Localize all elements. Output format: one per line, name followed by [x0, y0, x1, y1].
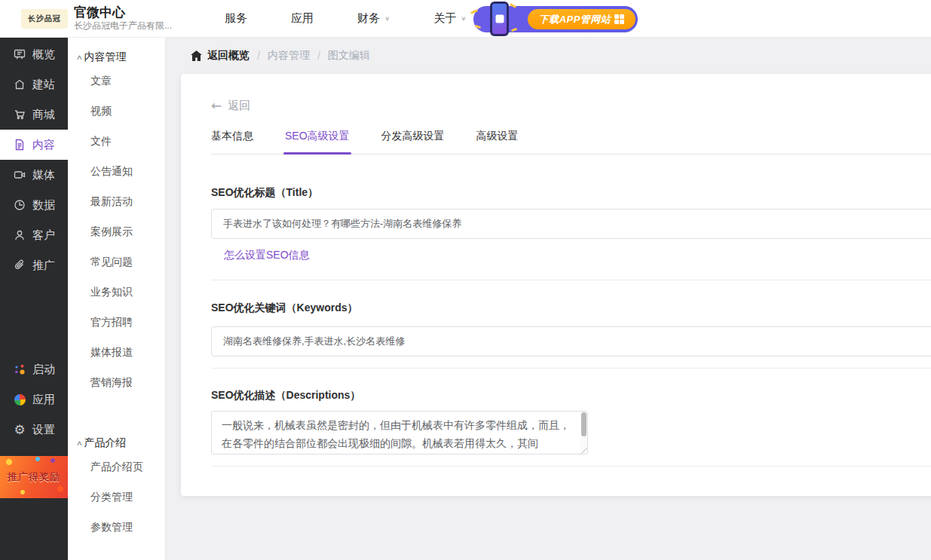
download-app-button[interactable]: 下载APP管网站: [528, 9, 635, 29]
submenu-item-faq[interactable]: 常见问题: [68, 247, 165, 277]
nav-item-services[interactable]: 服务: [225, 11, 247, 26]
home-icon: [191, 50, 202, 61]
settings-tabs: 基本信息 SEO高级设置 分发高级设置 高级设置: [211, 130, 931, 155]
scrollbar-thumb[interactable]: [581, 412, 586, 436]
sidebar-item-launch[interactable]: 启动: [0, 354, 68, 384]
submenu-item-latest-activities[interactable]: 最新活动: [68, 187, 165, 217]
chevron-down-icon: ∨: [461, 15, 466, 22]
caret-up-icon: ∧: [76, 439, 83, 447]
submenu-section-content: ∧ 内容管理 文章 视频 文件 公告通知 最新活动 案例展示 常见问题 业务知识…: [68, 48, 165, 398]
submenu-header-product-intro[interactable]: ∧ 产品介绍: [68, 434, 165, 452]
tab-seo-advanced[interactable]: SEO高级设置: [285, 130, 350, 154]
breadcrumb-content-management[interactable]: 内容管理: [268, 49, 310, 63]
mall-icon: [13, 108, 26, 121]
phone-icon: [490, 2, 509, 36]
promo-banner-text: 推广得奖励: [0, 470, 68, 484]
site-title: 官微中心: [74, 5, 172, 20]
company-logo: 长沙品冠: [21, 9, 68, 29]
logo-text: 长沙品冠: [28, 14, 61, 24]
submenu-item-articles[interactable]: 文章: [68, 66, 165, 96]
sidebar-item-media[interactable]: 媒体: [0, 160, 68, 190]
primary-sidebar: 概览 建站 商城 内容 媒体 数据: [0, 38, 68, 560]
submenu-item-marketing-posters[interactable]: 营销海报: [68, 368, 165, 398]
seo-description-section: SEO优化描述（Descriptions） 一般说来，机械表虽然是密封的，但由于…: [211, 369, 931, 467]
media-icon: [13, 168, 26, 182]
sidebar-item-overview[interactable]: 概览: [0, 39, 68, 69]
submenu-section-products: ∧ 产品介绍 产品介绍页 分类管理 参数管理: [68, 434, 165, 543]
submenu-item-product-intro-page[interactable]: 产品介绍页: [68, 452, 165, 482]
submenu-item-business-knowledge[interactable]: 业务知识: [68, 277, 165, 308]
seo-title-input[interactable]: [211, 209, 931, 239]
data-icon: [13, 198, 26, 212]
launch-icon: [13, 363, 26, 376]
seo-keywords-label: SEO优化关键词（Keywords）: [211, 280, 931, 315]
seo-title-label: SEO优化标题（Title）: [211, 155, 931, 200]
chevron-down-icon: ∨: [384, 15, 390, 22]
top-nav: 服务 应用 财务∨ 关于∨: [225, 11, 510, 26]
editor-card: ← 返回 基本信息 SEO高级设置 分发高级设置 高级设置 SEO优化标题（Ti…: [181, 74, 931, 496]
content-icon: [13, 138, 26, 151]
seo-description-label: SEO优化描述（Descriptions）: [211, 369, 931, 402]
seo-description-textarea[interactable]: 一般说来，机械表虽然是密封的，但由于机械表中有许多零件组成，而且，在各零件的结合…: [211, 411, 588, 454]
qr-code-icon: [614, 14, 624, 24]
brand-block: 官微中心 长沙品冠电子产品有限...: [74, 5, 172, 32]
seo-description-wrapper: 一般说来，机械表虽然是密封的，但由于机械表中有许多零件组成，而且，在各零件的结合…: [211, 411, 588, 454]
submenu-item-recruitment[interactable]: 官方招聘: [68, 308, 165, 338]
tab-basic-info[interactable]: 基本信息: [211, 130, 253, 154]
resize-handle-icon[interactable]: [581, 448, 587, 454]
nav-item-apps[interactable]: 应用: [291, 11, 314, 26]
submenu-item-media-reports[interactable]: 媒体报道: [68, 338, 165, 368]
sidebar-item-mall[interactable]: 商城: [0, 99, 68, 130]
sidebar-item-content[interactable]: 内容: [0, 130, 68, 160]
tab-distribution-advanced[interactable]: 分发高级设置: [381, 130, 445, 154]
back-button[interactable]: ← 返回: [211, 74, 264, 113]
seo-help-link[interactable]: 怎么设置SEO信息: [224, 249, 310, 280]
promotion-reward-banner[interactable]: 推广得奖励: [0, 456, 68, 498]
submenu-item-case-display[interactable]: 案例展示: [68, 217, 165, 247]
main-content-area: 返回概览 / 内容管理 / 图文编辑 ← 返回 基本信息 SEO高级设置 分发高…: [166, 38, 931, 560]
sidebar-item-promotion[interactable]: 推广: [0, 250, 68, 280]
seo-keywords-input[interactable]: [211, 326, 931, 357]
submenu-item-files[interactable]: 文件: [68, 127, 165, 157]
submenu-header-content-management[interactable]: ∧ 内容管理: [68, 48, 165, 66]
seo-title-section: SEO优化标题（Title） 怎么设置SEO信息: [211, 155, 931, 280]
top-header: 长沙品冠 官微中心 长沙品冠电子产品有限... 服务 应用 财务∨ 关于∨ 下载…: [0, 0, 931, 38]
submenu-item-videos[interactable]: 视频: [68, 96, 165, 127]
back-arrow-icon: ←: [211, 98, 222, 113]
download-app-banner[interactable]: 下载APP管网站: [473, 3, 638, 35]
site-icon: [13, 78, 26, 91]
caret-up-icon: ∧: [76, 54, 83, 61]
breadcrumb-separator: /: [317, 50, 320, 62]
nav-item-finance[interactable]: 财务∨: [357, 11, 390, 26]
breadcrumb: 返回概览 / 内容管理 / 图文编辑: [166, 38, 931, 74]
breadcrumb-back-overview[interactable]: 返回概览: [207, 49, 250, 63]
breadcrumb-separator: /: [257, 50, 260, 62]
submenu-item-category-management[interactable]: 分类管理: [68, 482, 165, 513]
overview-icon: [13, 47, 26, 61]
sidebar-spacer: [0, 280, 68, 354]
seo-keywords-section: SEO优化关键词（Keywords）: [211, 280, 931, 369]
download-app-label: 下载APP管网站: [539, 13, 611, 26]
sidebar-item-data[interactable]: 数据: [0, 190, 68, 220]
breadcrumb-current-page: 图文编辑: [328, 49, 370, 63]
back-label: 返回: [228, 99, 250, 113]
sidebar-item-site[interactable]: 建站: [0, 69, 68, 99]
tab-advanced[interactable]: 高级设置: [476, 130, 519, 154]
sidebar-item-apps[interactable]: 应用: [0, 384, 68, 415]
submenu-item-parameter-management[interactable]: 参数管理: [68, 513, 165, 543]
sidebar-item-settings[interactable]: ⚙ 设置: [0, 415, 68, 445]
site-subtitle: 长沙品冠电子产品有限...: [74, 21, 172, 32]
secondary-sidebar: ∧ 内容管理 文章 视频 文件 公告通知 最新活动 案例展示 常见问题 业务知识…: [68, 38, 166, 560]
apps-icon: [13, 393, 26, 406]
sidebar-item-customer[interactable]: 客户: [0, 220, 68, 250]
gear-icon: ⚙: [13, 423, 26, 436]
promotion-icon: [13, 259, 26, 272]
customer-icon: [13, 228, 26, 242]
submenu-item-announcements[interactable]: 公告通知: [68, 157, 165, 187]
nav-item-about[interactable]: 关于∨: [433, 11, 466, 26]
